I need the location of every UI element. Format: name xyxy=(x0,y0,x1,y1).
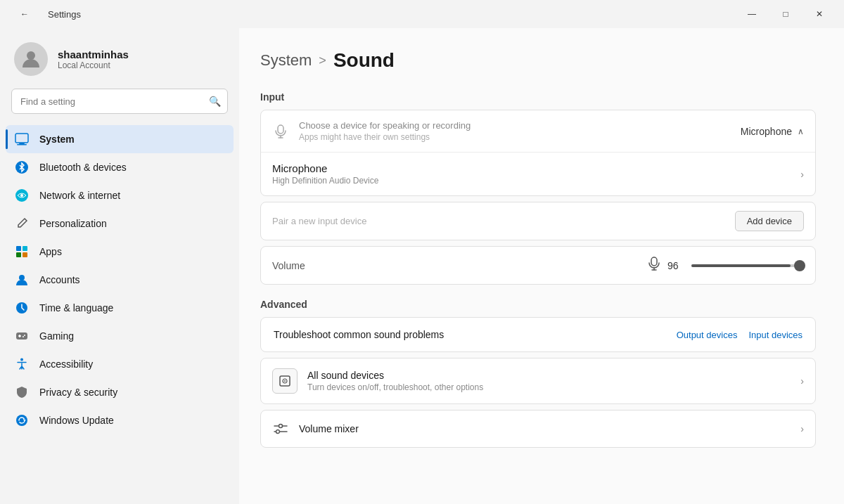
close-icon: ✕ xyxy=(816,9,823,19)
input-section-label: Input xyxy=(260,91,816,103)
input-device-title: Choose a device for speaking or recordin… xyxy=(299,120,741,131)
sidebar-item-label: Personalization xyxy=(39,218,225,229)
add-device-button[interactable]: Add device xyxy=(735,211,804,231)
svg-rect-10 xyxy=(23,252,27,257)
volume-label: Volume xyxy=(272,260,648,271)
all-devices-chevron-icon: › xyxy=(800,375,804,387)
svg-point-18 xyxy=(20,358,23,361)
page-header: System > Sound xyxy=(260,49,816,72)
output-devices-link[interactable]: Output devices xyxy=(677,330,738,340)
mixer-chevron-icon: › xyxy=(800,423,804,434)
svg-rect-20 xyxy=(278,125,283,134)
sidebar-item-label: Windows Update xyxy=(39,415,225,426)
volume-mixer-label: Volume mixer xyxy=(299,423,800,434)
volume-thumb[interactable] xyxy=(794,260,805,271)
sidebar-item-accounts[interactable]: Accounts xyxy=(6,266,234,294)
back-button[interactable]: ← xyxy=(8,3,41,25)
volume-controls: 96 xyxy=(648,257,804,274)
all-devices-row[interactable]: All sound devices Turn devices on/off, t… xyxy=(260,358,816,404)
svg-point-11 xyxy=(19,275,25,280)
volume-mic-icon xyxy=(648,257,660,274)
svg-rect-23 xyxy=(651,257,657,266)
update-icon xyxy=(14,413,30,428)
sidebar-item-apps[interactable]: Apps xyxy=(6,238,234,266)
search-input[interactable] xyxy=(11,89,228,114)
volume-fill xyxy=(691,264,791,267)
svg-rect-8 xyxy=(23,246,27,251)
close-button[interactable]: ✕ xyxy=(803,3,836,25)
sidebar-item-label: Gaming xyxy=(39,330,225,342)
advanced-section: Advanced Troubleshoot common sound probl… xyxy=(260,299,816,448)
sidebar-item-accessibility[interactable]: Accessibility xyxy=(6,350,234,378)
sidebar-item-label: Bluetooth & devices xyxy=(39,162,225,173)
input-device-text: Choose a device for speaking or recordin… xyxy=(299,120,741,142)
nav-list: System Bluetooth & devices xyxy=(0,122,239,504)
advanced-section-label: Advanced xyxy=(260,299,816,310)
troubleshoot-links: Output devices Input devices xyxy=(677,330,803,340)
volume-mixer-row[interactable]: Volume mixer › xyxy=(260,410,816,448)
sidebar-item-label: Accounts xyxy=(39,274,225,285)
apps-icon xyxy=(14,244,30,259)
svg-rect-9 xyxy=(16,252,21,257)
svg-rect-2 xyxy=(19,143,25,144)
input-devices-link[interactable]: Input devices xyxy=(748,330,803,340)
sound-device-icon xyxy=(272,368,298,394)
svg-point-0 xyxy=(27,51,35,60)
sidebar-item-time[interactable]: Time & language xyxy=(6,294,234,322)
accessibility-icon xyxy=(14,356,30,372)
shield-icon xyxy=(14,385,30,400)
breadcrumb-parent[interactable]: System xyxy=(260,51,312,70)
sidebar-item-gaming[interactable]: Gaming xyxy=(6,322,234,350)
input-selected-label: Microphone xyxy=(741,126,792,137)
svg-rect-7 xyxy=(16,246,21,251)
mixer-icon xyxy=(272,420,289,437)
sidebar-item-privacy[interactable]: Privacy & security xyxy=(6,378,234,406)
microphone-item-row[interactable]: Microphone High Definition Audio Device … xyxy=(261,153,815,195)
clock-icon xyxy=(14,300,30,316)
volume-row: Volume 96 xyxy=(260,246,816,285)
bluetooth-icon xyxy=(14,160,30,175)
all-devices-info: All sound devices Turn devices on/off, t… xyxy=(307,370,800,392)
sidebar-item-update[interactable]: Windows Update xyxy=(6,406,234,434)
avatar xyxy=(14,42,48,76)
volume-slider[interactable] xyxy=(691,264,804,267)
svg-point-28 xyxy=(284,380,286,382)
svg-point-17 xyxy=(23,336,24,337)
svg-point-6 xyxy=(20,194,23,197)
pair-device-card: Pair a new input device Add device xyxy=(260,202,816,240)
svg-rect-15 xyxy=(19,335,20,337)
user-name: shaantminhas xyxy=(58,49,129,60)
gaming-icon xyxy=(14,328,30,344)
all-devices-desc: Turn devices on/off, troubleshoot, other… xyxy=(307,382,800,392)
breadcrumb-arrow: > xyxy=(319,53,326,68)
titlebar: ← Settings — □ ✕ xyxy=(0,0,844,28)
troubleshoot-row: Troubleshoot common sound problems Outpu… xyxy=(260,317,816,352)
sidebar-item-network[interactable]: Network & internet xyxy=(6,181,234,209)
maximize-button[interactable]: □ xyxy=(769,3,802,25)
volume-value: 96 xyxy=(667,260,684,271)
sidebar-item-personalization[interactable]: Personalization xyxy=(6,209,234,238)
svg-point-31 xyxy=(279,425,283,428)
search-box: 🔍 xyxy=(11,89,228,114)
svg-rect-3 xyxy=(17,144,27,146)
sidebar-item-system[interactable]: System xyxy=(6,125,234,153)
sidebar-item-bluetooth[interactable]: Bluetooth & devices xyxy=(6,153,234,181)
person-icon xyxy=(14,272,30,287)
chevron-right-icon: › xyxy=(800,169,804,180)
all-devices-name: All sound devices xyxy=(307,370,800,381)
microphone-icon xyxy=(272,123,289,140)
microphone-info: Microphone High Definition Audio Device xyxy=(272,162,800,186)
minimize-button[interactable]: — xyxy=(736,3,768,25)
sidebar-item-label: Privacy & security xyxy=(39,387,225,398)
input-device-card: Choose a device for speaking or recordin… xyxy=(260,110,816,196)
input-device-right[interactable]: Microphone ∧ xyxy=(741,126,804,137)
minimize-icon: — xyxy=(748,9,756,19)
svg-rect-13 xyxy=(16,332,27,340)
window-controls: — □ ✕ xyxy=(736,3,836,25)
sidebar-item-label: System xyxy=(39,134,225,145)
svg-rect-1 xyxy=(15,134,28,143)
search-icon: 🔍 xyxy=(209,96,221,107)
user-profile[interactable]: shaantminhas Local Account xyxy=(0,28,239,89)
input-device-sub: Apps might have their own settings xyxy=(299,132,741,142)
svg-point-34 xyxy=(276,430,280,434)
